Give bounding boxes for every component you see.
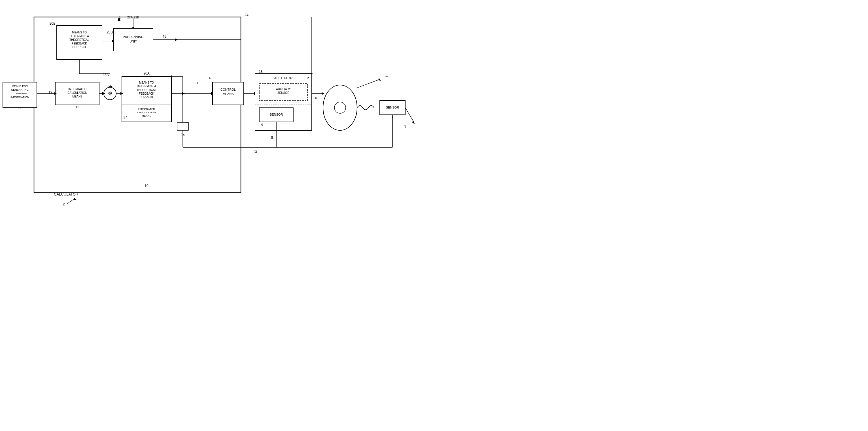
means-determine-top-text5: CURRENT	[72, 45, 87, 49]
number-10: 10	[145, 184, 149, 188]
number-24: 24	[245, 13, 249, 17]
means-determine-top-text4: FEEDBACK	[72, 42, 87, 45]
number-4: 4	[209, 76, 211, 80]
means-det-main-text2: DETERMINE A	[137, 85, 156, 88]
motor-shaft	[357, 106, 374, 110]
int-calc-inner-text1: INTEGRATED	[138, 107, 155, 111]
number-9: 9	[261, 123, 263, 127]
arrowhead-2	[74, 197, 76, 201]
multiplier-symbol: ⊗	[108, 90, 112, 96]
integrated-calc-text1: INTEGRATED	[68, 88, 87, 91]
aux-sensor-text1: AUXILIARY	[276, 88, 291, 91]
means-det-main-text3: THEORETICAL	[136, 88, 156, 92]
means-gen-text1: MEANS FOR	[12, 85, 28, 88]
arrowhead-e	[378, 78, 381, 81]
number-21: 21	[307, 76, 311, 80]
line-3	[405, 108, 414, 122]
number-18: 18	[259, 70, 263, 74]
number-1: 1	[119, 15, 121, 19]
motor-inner	[334, 102, 346, 113]
number-14: 14	[181, 133, 185, 137]
means-gen-text4: INFORMATION	[10, 95, 29, 99]
calculator-label: CALCULATOR	[54, 192, 78, 196]
rect-14	[177, 122, 188, 130]
number-45: 45	[162, 35, 166, 38]
actuator-text: ACTUATOR	[274, 76, 293, 80]
processing-unit-text2: UNIT	[129, 40, 137, 43]
means-determine-top-text1: MEANS TO	[72, 31, 87, 34]
number-2: 2	[63, 202, 65, 206]
means-det-main-text5: CURRENT	[140, 96, 154, 99]
number-13: 13	[253, 150, 257, 154]
number-23a: 23A	[102, 73, 108, 77]
int-calc-inner-text3: MEANS	[142, 114, 151, 117]
means-determine-top-text3: THEORETICAL	[69, 38, 89, 41]
number-11: 11	[18, 108, 22, 112]
number-7: 7	[197, 81, 199, 85]
number-20b: 20B	[50, 22, 56, 26]
control-means-text2: MEANS	[222, 92, 234, 95]
integrated-calc-text3: MEANS	[72, 95, 83, 98]
int-calc-inner-text2: CALCULATION	[137, 111, 156, 114]
means-gen-text3: COMMAND	[13, 92, 27, 95]
integrated-calc-text2: CALCULATION	[67, 91, 87, 94]
aux-sensor-text2: SENSOR	[277, 91, 289, 94]
number-12: 12	[75, 105, 79, 109]
control-means-text1: CONTROL	[220, 88, 236, 91]
line-e	[357, 79, 380, 88]
arrowhead-3	[412, 121, 415, 124]
number-3: 3	[404, 124, 406, 128]
number-19: 19	[49, 90, 53, 94]
number-22: 22A,22B	[127, 16, 139, 19]
diagram-svg: CALCULATOR 1 MEANS TO DETERMINE A THEORE…	[0, 0, 434, 215]
number-20a: 20A	[144, 71, 149, 75]
means-determine-top-text2: DETERMINE A	[70, 35, 89, 38]
number-5: 5	[271, 136, 273, 140]
arrowhead-act-motor	[322, 92, 324, 95]
number-6: 6	[315, 96, 317, 100]
means-det-main-text1: MEANS TO	[139, 81, 154, 84]
sensor-right-text: SENSOR	[386, 106, 399, 109]
processing-unit-text1: PROCESSING	[123, 35, 144, 39]
means-gen-text2: GENERATING	[11, 88, 29, 91]
number-17: 17	[123, 115, 127, 119]
label-e: E	[385, 73, 388, 78]
means-det-main-text4: FEEDBACK	[139, 92, 154, 95]
sensor-actuator-text: SENSOR	[270, 113, 283, 116]
number-23b: 23B	[107, 30, 113, 34]
